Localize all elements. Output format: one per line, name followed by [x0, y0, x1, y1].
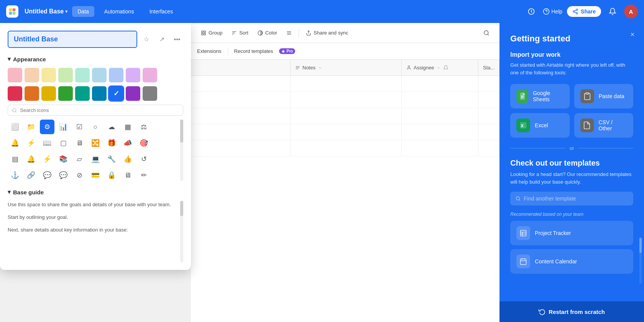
td-row-status[interactable]	[478, 108, 499, 124]
icon-cell-9[interactable]: 🔔	[8, 136, 22, 150]
extensions-button[interactable]: Extensions	[197, 47, 222, 56]
icon-cell-4[interactable]: ☑	[72, 120, 87, 134]
row-height-button[interactable]	[283, 28, 296, 38]
template-search-input[interactable]	[524, 196, 628, 202]
td-row-notes[interactable]	[291, 76, 402, 92]
icon-cell-30[interactable]: 💬	[56, 168, 71, 181]
td-row-name[interactable]	[191, 140, 291, 156]
content-calendar-template[interactable]: Content Calendar	[510, 249, 633, 274]
base-title-nav[interactable]: Untitled Base ▾	[25, 8, 67, 15]
user-avatar[interactable]: A	[624, 5, 638, 18]
color-swatch-dark-4[interactable]	[75, 86, 90, 101]
icon-scrollbar[interactable]	[180, 120, 183, 181]
icon-cell-31[interactable]: ⊘	[72, 168, 87, 181]
google-sheets-button[interactable]: Google Sheets	[510, 84, 569, 108]
project-tracker-template[interactable]: Project Tracker	[510, 221, 633, 245]
td-row-status[interactable]	[478, 76, 499, 92]
excel-button[interactable]: X Excel	[510, 113, 569, 138]
link-out-icon[interactable]: ↗	[156, 33, 168, 46]
color-swatch-light-8[interactable]	[143, 68, 157, 82]
td-row-notes[interactable]	[291, 108, 402, 124]
history-icon[interactable]	[524, 5, 538, 18]
color-swatch-dark-0[interactable]	[8, 86, 22, 101]
color-swatch-light-2[interactable]	[41, 68, 56, 82]
icon-cell-22[interactable]: ▱	[72, 152, 87, 166]
csv-other-button[interactable]: CSV / Other	[574, 113, 633, 138]
icon-cell-6[interactable]: ☁	[104, 120, 119, 134]
color-swatch-light-6[interactable]	[109, 68, 123, 82]
star-icon[interactable]: ☆	[140, 33, 153, 46]
nav-tab-interfaces[interactable]: Interfaces	[144, 6, 178, 17]
icon-cell-24[interactable]: 🔧	[104, 152, 119, 166]
icon-cell-1[interactable]: 📁	[24, 120, 38, 134]
icon-cell-32[interactable]: 💳	[88, 168, 103, 181]
color-button[interactable]: Color	[254, 28, 281, 38]
th-status[interactable]: Sta...	[478, 60, 499, 76]
guide-scrollbar[interactable]	[180, 201, 183, 262]
icon-cell-33[interactable]: 🔒	[104, 168, 119, 181]
icon-cell-5[interactable]: ○	[88, 120, 103, 134]
group-button[interactable]: Group	[197, 28, 226, 38]
icon-cell-17[interactable]: 🎯	[136, 136, 151, 150]
icon-cell-7[interactable]: ▦	[120, 120, 135, 134]
appearance-section-header[interactable]: ▾ Appearance	[8, 56, 183, 62]
icon-cell-26[interactable]: ↺	[136, 152, 151, 166]
help-button[interactable]: Help	[543, 8, 562, 15]
nav-tab-data[interactable]: Data	[72, 6, 94, 17]
td-row-assignee[interactable]	[402, 140, 478, 156]
color-swatch-dark-5[interactable]	[92, 86, 107, 101]
nav-tab-automations[interactable]: Automations	[99, 6, 140, 17]
color-swatch-light-0[interactable]	[8, 68, 22, 82]
td-row-status[interactable]	[478, 140, 499, 156]
restart-from-scratch-button[interactable]: Restart from scratch	[499, 301, 644, 322]
getting-started-close-button[interactable]: ×	[627, 29, 638, 40]
icon-cell-19[interactable]: 🔔	[24, 152, 38, 166]
search-button[interactable]	[480, 28, 493, 38]
td-row-notes[interactable]	[291, 124, 402, 140]
notifications-icon[interactable]	[606, 5, 619, 18]
color-swatch-light-4[interactable]	[75, 68, 90, 82]
td-row-status[interactable]	[478, 92, 499, 108]
td-row-assignee[interactable]	[402, 108, 478, 124]
color-swatch-light-1[interactable]	[25, 68, 39, 82]
icon-cell-12[interactable]: ▢	[56, 136, 71, 150]
color-swatch-dark-8[interactable]	[143, 86, 157, 101]
icon-cell-13[interactable]: 🖥	[72, 136, 87, 150]
base-guide-header[interactable]: ▾ Base guide	[8, 189, 183, 196]
color-swatch-dark-3[interactable]	[58, 86, 73, 101]
color-swatch-dark-7[interactable]	[126, 86, 140, 101]
sort-button[interactable]: Sort	[228, 28, 252, 38]
share-button[interactable]: Share	[567, 6, 601, 17]
th-assignee[interactable]: Assignee	[402, 60, 478, 76]
td-row-assignee[interactable]	[402, 92, 478, 108]
base-name-input[interactable]	[8, 31, 137, 48]
share-sync-button[interactable]: Share and sync	[302, 28, 352, 38]
icon-cell-16[interactable]: 📣	[120, 136, 135, 150]
th-notes[interactable]: Notes	[291, 60, 402, 76]
color-swatch-dark-2[interactable]	[41, 86, 56, 101]
color-swatch-light-7[interactable]	[126, 68, 140, 82]
gs-scrollbar[interactable]	[639, 238, 642, 284]
icon-cell-28[interactable]: 🔗	[24, 168, 38, 181]
color-swatch-light-3[interactable]	[58, 68, 73, 82]
icon-search-input[interactable]	[20, 107, 179, 113]
td-row-assignee[interactable]	[402, 76, 478, 92]
icon-cell-34[interactable]: 🖥	[120, 168, 135, 181]
icon-cell-18[interactable]: ▤	[8, 152, 22, 166]
icon-cell-21[interactable]: 📚	[56, 152, 71, 166]
td-row-notes[interactable]	[291, 92, 402, 108]
icon-cell-15[interactable]: 🎁	[104, 136, 119, 150]
td-row-name[interactable]	[191, 124, 291, 140]
icon-cell-3[interactable]: 📊	[56, 120, 71, 134]
icon-cell-23[interactable]: 💻	[88, 152, 103, 166]
td-row-name[interactable]	[191, 108, 291, 124]
icon-cell-0[interactable]: ⬜	[8, 120, 22, 134]
icon-cell-10[interactable]: ⚡	[24, 136, 38, 150]
color-swatch-light-5[interactable]	[92, 68, 107, 82]
color-swatch-dark-6[interactable]	[109, 86, 123, 101]
td-row-name[interactable]	[191, 76, 291, 92]
paste-data-button[interactable]: Paste data	[574, 84, 633, 108]
icon-cell-8[interactable]: ⚖	[136, 120, 151, 134]
td-row-name[interactable]	[191, 92, 291, 108]
color-swatch-dark-1[interactable]	[25, 86, 39, 101]
